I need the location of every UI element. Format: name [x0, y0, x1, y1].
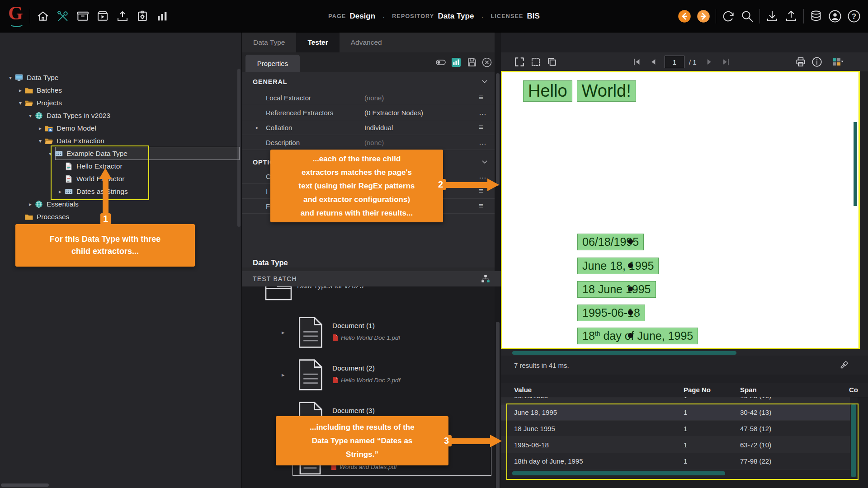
properties-tab[interactable]: Properties	[245, 55, 300, 72]
tree-horizontal-scrollbar[interactable]	[1, 483, 49, 487]
scrollbar-thumb[interactable]	[496, 73, 500, 186]
callout-3: ...including the results of the Data Typ…	[276, 416, 448, 465]
result-row[interactable]: 06/18/1995 1 16-25 (10)	[501, 397, 850, 404]
database-icon[interactable]	[809, 9, 823, 23]
expand-arrow-icon[interactable]: ▸	[282, 371, 285, 378]
prev-page-icon[interactable]	[647, 56, 659, 68]
refresh-icon[interactable]	[722, 9, 735, 23]
row-menu-icon[interactable]: ≡	[479, 187, 483, 196]
tree-item-data-type[interactable]: ▾ Data Type	[0, 71, 237, 84]
search-icon[interactable]	[741, 9, 754, 23]
type-info-title: Data Type	[253, 258, 288, 267]
chevron-down-icon	[481, 159, 488, 166]
bullet-dot	[628, 286, 633, 291]
section-general[interactable]: GENERAL	[242, 75, 501, 89]
first-page-icon[interactable]	[631, 56, 643, 68]
tree-item-projects[interactable]: ▾ Projects	[0, 97, 237, 109]
archive-icon[interactable]	[76, 9, 90, 23]
property-row-description[interactable]: Description (none) …	[242, 135, 501, 150]
home-icon[interactable]	[36, 9, 50, 23]
expand-arrow-icon[interactable]: ▸	[282, 329, 285, 336]
tab-tester[interactable]: Tester	[296, 33, 339, 52]
import-box-icon[interactable]	[96, 9, 109, 23]
column-page: Page No	[684, 386, 711, 394]
mini-chart-icon[interactable]	[451, 57, 462, 68]
document-vertical-scrollbar[interactable]	[854, 122, 857, 206]
expand-arrow-icon[interactable]: ▾	[26, 113, 34, 119]
tree-item-label: Data Type	[27, 74, 58, 82]
tab-data-type[interactable]: Data Type	[242, 33, 296, 52]
properties-header: Properties	[242, 52, 501, 72]
tree-item-demo-model[interactable]: ▸ Demo Model	[0, 122, 237, 135]
document-heading: Hello World!	[523, 80, 636, 102]
page-value[interactable]: Design	[349, 12, 375, 21]
callout-1: For this Data Type with three child extr…	[15, 224, 195, 267]
help-icon[interactable]: ?	[847, 9, 861, 23]
row-menu-icon[interactable]: ≡	[479, 123, 483, 132]
fit-expand-icon[interactable]	[514, 56, 525, 68]
row-menu-icon[interactable]: ≡	[479, 202, 483, 211]
document-viewer-panel: / 1 Hello World! 06/18/1995 June 18, 199…	[501, 33, 868, 488]
row-ellipsis-icon[interactable]: …	[479, 108, 486, 117]
clipboard-gear-icon[interactable]	[136, 9, 149, 23]
row-ellipsis-icon[interactable]: …	[479, 172, 486, 181]
top-toolbar: G PAGE Design · REPOSITORY Data Type · L…	[0, 0, 868, 33]
bullet-item: June 18, 1995	[577, 256, 659, 275]
tree-item-batches[interactable]: ▸ Batches	[0, 84, 237, 97]
download-icon[interactable]	[765, 9, 779, 23]
expand-arrow-icon[interactable]: ▾	[6, 75, 14, 81]
upload-icon[interactable]	[784, 9, 798, 23]
upload-tray-icon[interactable]	[116, 9, 129, 23]
toggle-icon[interactable]	[435, 57, 446, 68]
panel-footer-space	[501, 480, 868, 488]
callout-3-number: 3	[441, 435, 452, 446]
tree-item-data-types-v2023[interactable]: ▾ Data Types in v2023	[0, 109, 237, 122]
bar-chart-icon[interactable]	[156, 9, 169, 23]
next-page-icon[interactable]	[703, 56, 715, 68]
repository-value[interactable]: Data Type	[438, 12, 474, 21]
property-row-collation[interactable]: ▸ Collation Individual ≡	[242, 120, 501, 135]
bullet-dot	[628, 333, 633, 338]
row-ellipsis-icon[interactable]: …	[479, 138, 486, 147]
expand-arrow-icon[interactable]: ▾	[36, 138, 44, 144]
expand-arrow-icon[interactable]: ▸	[256, 125, 259, 131]
layout-options-icon[interactable]	[832, 56, 844, 68]
flashlight-icon[interactable]	[839, 360, 849, 370]
viewer-horizontal-scrollbar[interactable]	[512, 351, 736, 355]
marquee-select-icon[interactable]	[530, 56, 542, 68]
expand-arrow-icon[interactable]: ▾	[16, 100, 24, 106]
hierarchy-icon[interactable]	[481, 274, 491, 284]
close-icon[interactable]	[481, 57, 492, 68]
folder-open-icon	[24, 99, 33, 108]
page-number-input[interactable]	[665, 56, 684, 68]
last-page-icon[interactable]	[720, 56, 731, 68]
scrollbar-thumb[interactable]	[496, 322, 500, 488]
expand-arrow-icon[interactable]: ▸	[36, 125, 44, 131]
tab-advanced[interactable]: Advanced	[340, 33, 393, 52]
tools-icon[interactable]	[56, 9, 70, 23]
callout-1-arrowhead	[99, 168, 112, 179]
back-icon[interactable]	[678, 9, 691, 23]
app-logo[interactable]: G	[8, 4, 23, 23]
user-icon[interactable]	[828, 9, 842, 23]
bullet-item: 06/18/1995	[577, 232, 644, 251]
print-icon[interactable]	[795, 56, 807, 68]
callout-3-arrowhead	[490, 435, 502, 447]
row-menu-icon[interactable]: ≡	[479, 93, 483, 102]
property-row-local-extractor[interactable]: Local Extractor (none) ≡	[242, 90, 501, 105]
annotation-highlight-box-results	[506, 404, 859, 480]
tree-item-processes[interactable]: Processes	[0, 211, 237, 223]
callout-2-arrow	[441, 182, 487, 188]
copy-pages-icon[interactable]	[546, 56, 558, 68]
tree-item-label: Projects	[37, 99, 62, 107]
property-row-referenced-extractors[interactable]: Referenced Extractors (0 Extractor Nodes…	[242, 105, 501, 120]
info-icon[interactable]	[811, 56, 823, 68]
document-page[interactable]: Hello World! 06/18/1995 June 18, 1995 18…	[501, 71, 860, 349]
licensee-value[interactable]: BIS	[527, 12, 540, 21]
results-header-row: Value Page No Span Co	[501, 383, 868, 397]
expand-arrow-icon[interactable]: ▸	[26, 201, 34, 207]
forward-icon[interactable]	[697, 9, 710, 23]
expand-arrow-icon[interactable]: ▸	[16, 87, 24, 94]
save-icon[interactable]	[467, 57, 477, 68]
document-filename: Hello World Doc 2.pdf	[341, 377, 400, 384]
